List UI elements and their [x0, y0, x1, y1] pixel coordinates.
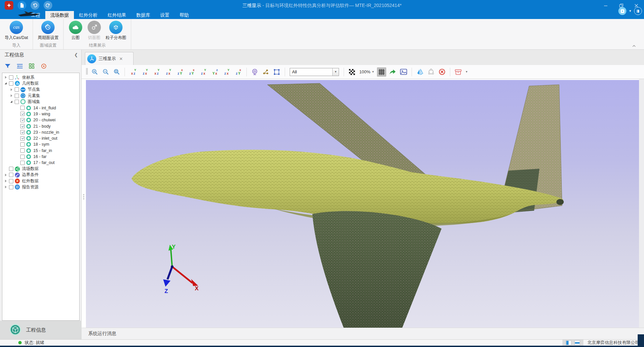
tree-checkbox[interactable]	[15, 100, 19, 104]
tree-item[interactable]: 18 - sym	[2, 141, 79, 147]
particle-trace-icon[interactable]	[261, 67, 270, 77]
save-box-icon[interactable]	[454, 67, 463, 77]
notebook-icon[interactable]	[634, 7, 642, 15]
tree-checkbox[interactable]	[20, 136, 25, 141]
expander-collapsed-icon[interactable]	[4, 76, 8, 79]
expander-collapsed-icon[interactable]	[4, 185, 8, 189]
expander-collapsed-icon[interactable]	[4, 179, 8, 183]
zoom-in-icon[interactable]	[90, 67, 99, 77]
view-orientation-button-2[interactable]: Yzx	[140, 67, 150, 77]
view-orientation-button-6[interactable]: xzY	[186, 67, 196, 77]
tree-item[interactable]: 面域集	[2, 99, 79, 105]
tree-checkbox[interactable]	[20, 155, 25, 159]
ribbon-button-粒子分布图[interactable]: 粒子分布图	[104, 21, 128, 42]
tree-item[interactable]: 23 - nozzle_in	[2, 129, 79, 135]
tree-checkbox[interactable]	[20, 112, 25, 116]
tree-item[interactable]: 边界条件	[2, 172, 79, 178]
tree-checkbox[interactable]	[15, 94, 19, 98]
filter-icon[interactable]	[4, 62, 11, 70]
zoom-fit-icon[interactable]	[112, 67, 121, 77]
save-box-caret-icon[interactable]: ▼	[465, 70, 468, 73]
tree-item[interactable]: 17 - far_out	[2, 160, 79, 166]
menu-item-设置[interactable]: 设置	[155, 11, 174, 19]
tab-3d-view[interactable]: 三维显示 ✕	[85, 52, 134, 65]
panel-splitter-handle[interactable]	[82, 190, 85, 203]
tree-checkbox[interactable]	[9, 81, 13, 86]
view-orientation-button-9[interactable]: Yzx	[221, 67, 231, 77]
ribbon-button-周期面设置[interactable]: 周期面设置	[36, 21, 60, 42]
expander-expanded-icon[interactable]	[10, 100, 14, 103]
combobox-dropdown-icon[interactable]: ▼	[332, 68, 339, 76]
tree-item[interactable]: 16 - far	[2, 154, 79, 160]
menu-item-帮助[interactable]: 帮助	[174, 11, 194, 19]
panel-bottom-icon[interactable]	[574, 340, 580, 345]
tree-item[interactable]: 20 - chuiwei	[2, 117, 79, 123]
tree-item[interactable]: 几何数据	[2, 80, 79, 86]
menu-item-流场数据[interactable]: 流场数据	[45, 11, 74, 19]
tree-item[interactable]: 22 - inlet_out	[2, 135, 79, 141]
view-orientation-button-7[interactable]: Yzx	[198, 67, 208, 77]
menu-item-红外结果[interactable]: 红外结果	[103, 11, 131, 19]
toolbar-drag-handle[interactable]	[86, 67, 88, 76]
ribbon-collapse-icon[interactable]	[632, 44, 637, 48]
panel-left-icon[interactable]	[566, 340, 571, 345]
app-mode-icon[interactable]	[618, 7, 626, 15]
tab-close-icon[interactable]: ✕	[119, 56, 123, 61]
cancel-icon[interactable]	[437, 67, 447, 77]
view-orientation-button-5[interactable]: xzY	[175, 67, 185, 77]
panel-collapse-icon[interactable]: ❮	[74, 52, 78, 57]
tree-item[interactable]: Yzx坐标系	[2, 74, 79, 80]
tree-checkbox[interactable]	[20, 161, 25, 165]
panel-bottom-bar[interactable]: 工程信息	[0, 321, 82, 339]
tree-item[interactable]: 元素集	[2, 93, 79, 99]
expander-collapsed-icon[interactable]	[4, 173, 8, 177]
expander-expanded-icon[interactable]	[4, 82, 8, 85]
dropdown-caret-icon[interactable]: ▼	[629, 9, 632, 13]
minimize-icon[interactable]	[598, 0, 613, 11]
grid-icon[interactable]	[377, 67, 386, 77]
list-collapse-icon[interactable]	[16, 62, 23, 70]
ribbon-button-导入Cas/Dat[interactable]: cas导入Cas/Dat	[3, 21, 29, 42]
tree-item[interactable]: 红外数据	[2, 178, 79, 184]
tree-checkbox[interactable]	[9, 185, 13, 189]
tree-checkbox[interactable]	[15, 87, 19, 92]
tree-checkbox[interactable]	[20, 118, 25, 122]
snapshot-icon[interactable]	[399, 67, 408, 77]
tree-item[interactable]: 节点集	[2, 87, 79, 93]
view-orientation-button-4[interactable]: Yzx	[163, 67, 173, 77]
tree-item[interactable]: 19 - wing	[2, 111, 79, 117]
tree-checkbox[interactable]	[9, 167, 13, 171]
mirror-icon[interactable]	[415, 67, 425, 77]
ribbon-button-云图[interactable]: 云图	[67, 21, 84, 42]
probe-icon[interactable]	[250, 67, 259, 77]
tree-checkbox[interactable]	[20, 130, 25, 134]
tree-checkbox[interactable]	[9, 179, 13, 183]
3d-viewport[interactable]: Y X Z	[86, 80, 639, 328]
tree-checkbox[interactable]	[20, 124, 25, 128]
tree-item[interactable]: 14 - int_fluid	[2, 105, 79, 111]
checkerboard-icon[interactable]	[347, 67, 357, 77]
tree-item[interactable]: 15 - far_in	[2, 148, 79, 154]
menu-item-数据库[interactable]: 数据库	[131, 11, 155, 19]
display-filter-combobox[interactable]: All▼	[290, 68, 339, 76]
tree-checkbox[interactable]	[9, 173, 13, 177]
view-orientation-button-8[interactable]: zYx	[210, 67, 220, 77]
tree-checkbox[interactable]	[20, 148, 25, 153]
tree-item[interactable]: 报告资源	[2, 184, 79, 190]
tree-item[interactable]: 21 - body	[2, 123, 79, 129]
tree-checkbox[interactable]	[20, 106, 25, 110]
zoom-level-dropdown[interactable]: 100%▼	[359, 69, 374, 74]
zoom-out-icon[interactable]	[101, 67, 110, 77]
expander-collapsed-icon[interactable]	[10, 88, 14, 91]
expander-collapsed-icon[interactable]	[10, 94, 14, 97]
view-orientation-button-3[interactable]: Yxz	[152, 67, 161, 77]
tree-item[interactable]: 流场数据	[2, 166, 79, 172]
tree-checkbox[interactable]	[20, 142, 25, 147]
locate-icon[interactable]	[40, 62, 47, 70]
menu-item-红外分析[interactable]: 红外分析	[74, 11, 103, 19]
grid-view-icon[interactable]	[28, 62, 35, 70]
view-orientation-button-10[interactable]: xzY	[233, 67, 243, 77]
export-arrow-icon[interactable]	[388, 67, 397, 77]
select-rect-icon[interactable]	[272, 67, 281, 77]
view-orientation-button-1[interactable]: Yxz	[128, 67, 138, 77]
